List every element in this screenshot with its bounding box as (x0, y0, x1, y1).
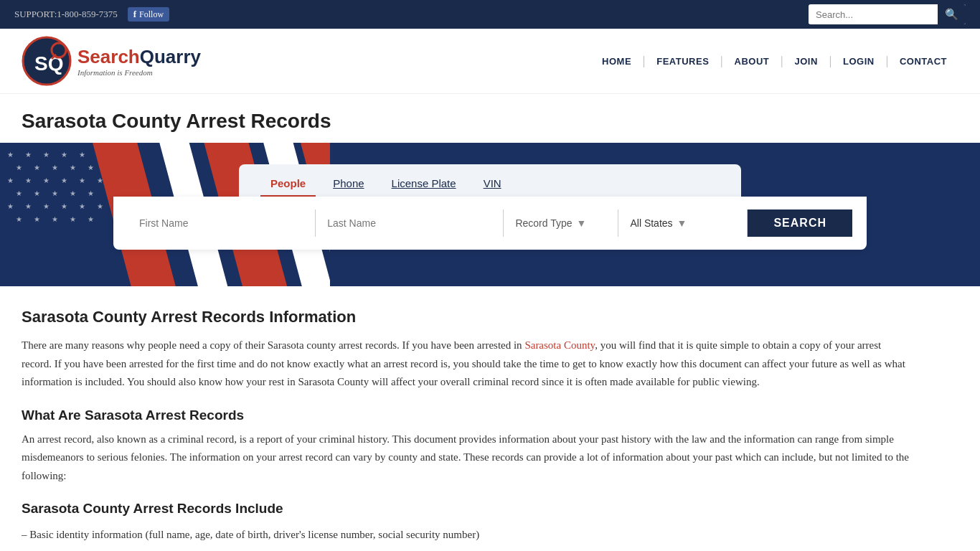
last-name-input[interactable] (316, 210, 503, 236)
record-type-arrow: ▼ (577, 217, 587, 229)
svg-text:★: ★ (61, 202, 67, 210)
svg-text:★: ★ (70, 215, 76, 223)
top-search-input[interactable] (809, 6, 938, 24)
section3-heading: Sarasota County Arrest Records Include (22, 501, 911, 517)
nav-login[interactable]: LOGIN (831, 56, 886, 67)
logo-icon: SQ (22, 36, 72, 86)
svg-text:★: ★ (61, 176, 67, 184)
top-search-button[interactable]: 🔍 (938, 4, 966, 24)
record-type-dropdown[interactable]: Record Type ▼ (504, 209, 618, 237)
search-button[interactable]: SEARCH (748, 209, 852, 237)
svg-text:★: ★ (16, 215, 22, 223)
all-states-dropdown[interactable]: All States ▼ (618, 209, 748, 237)
svg-text:★: ★ (43, 151, 50, 159)
svg-text:★: ★ (52, 215, 58, 223)
svg-text:★: ★ (34, 189, 40, 197)
fb-follow-button[interactable]: f Follow (128, 7, 169, 22)
svg-text:★: ★ (88, 189, 94, 197)
svg-text:SQ: SQ (34, 52, 63, 75)
svg-text:★: ★ (7, 176, 14, 184)
nav-about[interactable]: ABOUT (723, 56, 781, 67)
section2-heading: What Are Sarasota Arrest Records (22, 408, 911, 423)
svg-text:★: ★ (70, 164, 76, 171)
svg-text:★: ★ (88, 215, 94, 223)
hero-banner: ★★★★★★ ★★★★★ ★★★★★★ ★★★★★ ★★★★★★ ★★★★★ P… (0, 143, 980, 286)
sarasota-county-link[interactable]: Sarasota County (524, 339, 595, 351)
nav-home[interactable]: HOME (590, 56, 643, 67)
main-content: Sarasota County Arrest Records Informati… (0, 286, 933, 551)
svg-text:★: ★ (79, 202, 85, 210)
fb-follow-label: Follow (139, 9, 164, 20)
nav-features[interactable]: FEATURES (645, 56, 720, 67)
svg-text:★: ★ (79, 151, 85, 159)
phone-number: SUPPORT:1-800-859-7375 (14, 9, 118, 20)
svg-text:★: ★ (79, 176, 85, 184)
svg-text:★: ★ (34, 215, 40, 223)
tab-phone[interactable]: Phone (323, 171, 374, 197)
tab-license-plate[interactable]: License Plate (382, 171, 466, 197)
top-bar: SUPPORT:1-800-859-7375 f Follow 🔍 (0, 0, 980, 29)
tab-people[interactable]: People (260, 171, 316, 197)
svg-text:★: ★ (25, 151, 32, 159)
list-item: – Any convicted misdemeanors or felonies (22, 545, 911, 551)
svg-text:★: ★ (25, 176, 32, 184)
first-name-group (128, 209, 316, 237)
svg-text:★: ★ (61, 151, 67, 159)
nav-join[interactable]: JOIN (783, 56, 829, 67)
search-form: Record Type ▼ All States ▼ SEARCH (113, 197, 867, 250)
svg-text:★: ★ (52, 164, 58, 171)
logo-text: SearchQuarry Information is Freedom (77, 46, 201, 77)
svg-text:★: ★ (52, 189, 58, 197)
svg-text:★: ★ (16, 164, 22, 171)
svg-text:★: ★ (43, 202, 50, 210)
section2-para: An arrest record, also known as a crimin… (22, 430, 911, 486)
logo-brand-part2: Quarry (140, 46, 201, 67)
logo-brand: SearchQuarry (77, 46, 201, 68)
last-name-group (316, 209, 504, 237)
section1-para: There are many reasons why people need a… (22, 336, 911, 392)
tab-vin[interactable]: VIN (473, 171, 512, 197)
page-title: Sarasota County Arrest Records (22, 110, 958, 133)
record-type-label: Record Type (515, 217, 572, 229)
records-include-list: – Basic identity information (full name,… (22, 524, 911, 551)
svg-text:★: ★ (70, 189, 76, 197)
all-states-arrow: ▼ (677, 217, 687, 229)
page-title-section: Sarasota County Arrest Records (0, 94, 980, 143)
svg-text:★: ★ (88, 164, 94, 171)
site-header: SQ SearchQuarry Information is Freedom H… (0, 29, 980, 94)
top-search-bar[interactable]: 🔍 (809, 4, 966, 24)
svg-text:★: ★ (43, 176, 50, 184)
section1-heading: Sarasota County Arrest Records Informati… (22, 308, 911, 326)
facebook-icon: f (133, 9, 136, 20)
nav-contact[interactable]: CONTACT (888, 56, 958, 67)
search-tabs: People Phone License Plate VIN (239, 164, 741, 197)
main-nav: HOME | FEATURES | ABOUT | JOIN | LOGIN |… (590, 55, 958, 67)
first-name-input[interactable] (128, 210, 315, 236)
svg-text:★: ★ (16, 189, 22, 197)
svg-text:★: ★ (7, 151, 14, 159)
logo-brand-part1: Search (77, 46, 140, 67)
svg-text:★: ★ (97, 202, 103, 210)
top-bar-left: SUPPORT:1-800-859-7375 f Follow (14, 7, 169, 22)
svg-text:★: ★ (7, 202, 14, 210)
list-item: – Basic identity information (full name,… (22, 524, 911, 545)
logo-tagline: Information is Freedom (77, 68, 201, 77)
logo[interactable]: SQ SearchQuarry Information is Freedom (22, 36, 201, 86)
svg-text:★: ★ (25, 202, 32, 210)
svg-text:★: ★ (34, 164, 40, 171)
all-states-label: All States (630, 217, 672, 229)
